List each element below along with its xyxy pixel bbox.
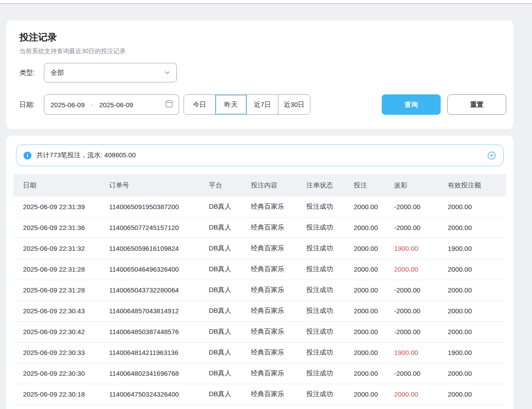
- cell-status: 投注成功: [306, 259, 354, 280]
- cell-bet-amount: 2000.00: [354, 384, 394, 405]
- cell-date: 2025-06-09 22:30:43: [13, 300, 109, 321]
- type-select-value: 全部: [51, 69, 164, 77]
- table-row: 2025-06-09 22:30:33 1140064814211963136 …: [13, 342, 506, 363]
- expand-icon[interactable]: [487, 151, 496, 160]
- search-button[interactable]: 查询: [382, 94, 441, 115]
- cell-payout: 2000.00: [394, 259, 448, 280]
- summary-text: 共计773笔投注，流水: 408605.00: [36, 151, 136, 160]
- quick-range-group: 今日 昨天 近7日 近30日: [184, 94, 310, 115]
- cell-valid-bet-amount: 2000.00: [448, 259, 506, 280]
- cell-valid-bet-amount: 2000.00: [448, 321, 506, 342]
- date-filter-row: 日期: 2025-06-09 - 2025-06-09 今日 昨天 近7日 近3…: [13, 94, 506, 115]
- summary-bar: i 共计773笔投注，流水: 408605.00: [16, 144, 504, 166]
- cell-status: 投注成功: [306, 196, 354, 217]
- reset-button[interactable]: 重置: [447, 94, 506, 115]
- cell-payout: -2000.00: [394, 217, 448, 238]
- cell-bet-amount: 2000.00: [354, 280, 394, 300]
- cell-platform: DB真人: [209, 363, 251, 384]
- col-header-bet: 投注: [354, 174, 394, 196]
- quick-range-today[interactable]: 今日: [184, 95, 215, 114]
- cell-platform: DB真人: [209, 384, 251, 405]
- quick-range-7days[interactable]: 近7日: [247, 95, 278, 114]
- cell-payout: -2000.00: [394, 280, 448, 300]
- cell-order-number: 1140064814211963136: [109, 342, 209, 363]
- cell-valid-bet-amount: 2000.00: [448, 196, 506, 217]
- cell-bet-content: 经典百家乐: [251, 363, 306, 384]
- page-title: 投注记录: [13, 31, 506, 43]
- cell-bet-amount: 2000.00: [354, 196, 394, 217]
- table-row: 2025-06-09 22:31:36 1140065077245157120 …: [13, 217, 506, 238]
- cell-platform: DB真人: [209, 217, 251, 238]
- cell-bet-content: 经典百家乐: [251, 259, 306, 280]
- cell-platform: DB真人: [209, 342, 251, 363]
- results-panel: i 共计773笔投注，流水: 408605.00 日期 订单号 平台 投注内容 …: [6, 136, 513, 409]
- col-header-content: 投注内容: [251, 174, 306, 196]
- cell-valid-bet-amount: 1900.00: [448, 238, 506, 259]
- cell-status: 投注成功: [306, 384, 354, 405]
- cell-order-number: 1140065077245157120: [109, 217, 209, 238]
- table-body: 2025-06-09 22:31:39 1140065091950387200 …: [13, 196, 506, 405]
- col-header-order: 订单号: [109, 174, 209, 196]
- cell-order-number: 1140064802341696768: [109, 363, 209, 384]
- cell-bet-content: 经典百家乐: [251, 217, 306, 238]
- cell-valid-bet-amount: 2000.00: [448, 300, 506, 321]
- cell-valid-bet-amount: 2000.00: [448, 217, 506, 238]
- cell-order-number: 1140064850387448576: [109, 321, 209, 342]
- cell-status: 投注成功: [306, 363, 354, 384]
- cell-date: 2025-06-09 22:30:18: [13, 384, 109, 405]
- cell-order-number: 1140065091950387200: [109, 196, 209, 217]
- table-row: 2025-06-09 22:31:32 1140065059616109824 …: [13, 238, 506, 259]
- cell-order-number: 1140065043732280064: [109, 280, 209, 300]
- cell-platform: DB真人: [209, 238, 251, 259]
- cell-bet-content: 经典百家乐: [251, 300, 306, 321]
- cell-status: 投注成功: [306, 280, 354, 300]
- date-range-input[interactable]: 2025-06-09 - 2025-06-09: [44, 94, 179, 115]
- cell-date: 2025-06-09 22:30:30: [13, 363, 109, 384]
- cell-date: 2025-06-09 22:31:28: [13, 280, 109, 300]
- cell-bet-amount: 2000.00: [354, 363, 394, 384]
- date-label: 日期:: [20, 101, 44, 109]
- col-header-valid-bet: 有效投注额: [448, 174, 506, 196]
- cell-bet-content: 经典百家乐: [251, 238, 306, 259]
- table-row: 2025-06-09 22:30:18 1140064750324326400 …: [13, 384, 506, 405]
- cell-payout: -2000.00: [394, 300, 448, 321]
- cell-order-number: 1140065046496326400: [109, 259, 209, 280]
- cell-platform: DB真人: [209, 259, 251, 280]
- cell-platform: DB真人: [209, 321, 251, 342]
- cell-valid-bet-amount: 1900.00: [448, 342, 506, 363]
- cell-date: 2025-06-09 22:30:33: [13, 342, 109, 363]
- cell-platform: DB真人: [209, 300, 251, 321]
- cell-payout: 1900.00: [394, 238, 448, 259]
- cell-bet-amount: 2000.00: [354, 217, 394, 238]
- page-subtitle: 当前系统支持查询最近30日的投注记录: [13, 47, 506, 55]
- cell-payout: 1900.00: [394, 342, 448, 363]
- top-strip: [0, 0, 532, 4]
- cell-order-number: 1140064750324326400: [109, 384, 209, 405]
- cell-valid-bet-amount: 2000.00: [448, 363, 506, 384]
- date-separator: -: [91, 101, 93, 109]
- cell-payout: -2000.00: [394, 196, 448, 217]
- cell-date: 2025-06-09 22:31:32: [13, 238, 109, 259]
- table-row: 2025-06-09 22:30:30 1140064802341696768 …: [13, 363, 506, 384]
- cell-status: 投注成功: [306, 321, 354, 342]
- table-row: 2025-06-09 22:31:39 1140065091950387200 …: [13, 196, 506, 217]
- cell-payout: -2000.00: [394, 363, 448, 384]
- cell-bet-content: 经典百家乐: [251, 321, 306, 342]
- cell-bet-content: 经典百家乐: [251, 342, 306, 363]
- cell-date: 2025-06-09 22:30:42: [13, 321, 109, 342]
- cell-bet-content: 经典百家乐: [251, 280, 306, 300]
- chevron-down-icon: [164, 70, 170, 76]
- cell-bet-amount: 2000.00: [354, 238, 394, 259]
- type-select[interactable]: 全部: [44, 63, 177, 82]
- cell-platform: DB真人: [209, 196, 251, 217]
- table-row: 2025-06-09 22:30:42 1140064850387448576 …: [13, 321, 506, 342]
- cell-bet-content: 经典百家乐: [251, 196, 306, 217]
- filter-panel: 投注记录 当前系统支持查询最近30日的投注记录 类型: 全部 日期: 2025-…: [6, 20, 513, 129]
- cell-platform: DB真人: [209, 280, 251, 300]
- cell-date: 2025-06-09 22:31:28: [13, 259, 109, 280]
- cell-status: 投注成功: [306, 300, 354, 321]
- quick-range-30days[interactable]: 近30日: [278, 95, 310, 114]
- quick-range-yesterday[interactable]: 昨天: [215, 95, 247, 114]
- cell-date: 2025-06-09 22:31:39: [13, 196, 109, 217]
- cell-order-number: 1140065059616109824: [109, 238, 209, 259]
